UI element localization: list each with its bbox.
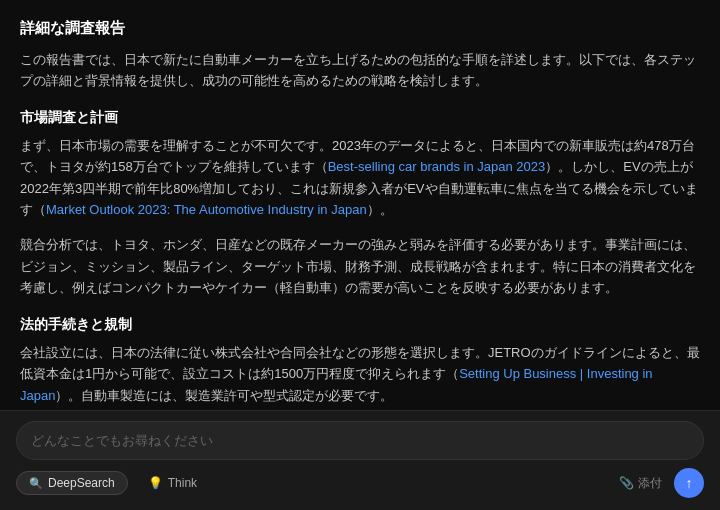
think-button[interactable]: 💡 Think [138, 472, 207, 494]
link-bestselling[interactable]: Best-selling car brands in Japan 2023 [328, 159, 546, 174]
section-legal: 法的手続きと規制 会社設立には、日本の法律に従い株式会社や合同会社などの形態を選… [20, 313, 700, 406]
section-market-p1: まず、日本市場の需要を理解することが不可欠です。2023年のデータによると、日本… [20, 135, 700, 221]
bulb-icon: 💡 [148, 476, 163, 490]
section-legal-p1: 会社設立には、日本の法律に従い株式会社や合同会社などの形態を選択します。JETR… [20, 342, 700, 406]
main-title: 詳細な調査報告 [20, 16, 700, 41]
toolbar-left: 🔍 DeepSearch 💡 Think [16, 471, 207, 495]
report-content: 詳細な調査報告 この報告書では、日本で新たに自動車メーカーを立ち上げるための包括… [0, 0, 720, 420]
section-market: 市場調査と計画 まず、日本市場の需要を理解することが不可欠です。2023年のデー… [20, 106, 700, 299]
link-market-outlook[interactable]: Market Outlook 2023: The Automotive Indu… [46, 202, 367, 217]
attach-label: 添付 [638, 475, 662, 492]
section-market-p2: 競合分析では、トヨタ、ホンダ、日産などの既存メーカーの強みと弱みを評価する必要が… [20, 234, 700, 298]
send-button[interactable]: ↑ [674, 468, 704, 498]
chat-input[interactable] [31, 433, 689, 448]
input-wrapper[interactable] [16, 421, 704, 460]
toolbar-right: 📎 添付 ↑ [619, 468, 704, 498]
toolbar: 🔍 DeepSearch 💡 Think 📎 添付 ↑ [16, 468, 704, 498]
send-icon: ↑ [686, 475, 693, 491]
bottom-bar: 🔍 DeepSearch 💡 Think 📎 添付 ↑ [0, 410, 720, 510]
deep-search-button[interactable]: 🔍 DeepSearch [16, 471, 128, 495]
intro-paragraph: この報告書では、日本で新たに自動車メーカーを立ち上げるための包括的な手順を詳述し… [20, 49, 700, 92]
attach-button[interactable]: 📎 添付 [619, 475, 662, 492]
think-label: Think [168, 476, 197, 490]
search-icon: 🔍 [29, 477, 43, 490]
paperclip-icon: 📎 [619, 476, 634, 490]
deep-search-label: DeepSearch [48, 476, 115, 490]
section-legal-title: 法的手続きと規制 [20, 313, 700, 336]
section-market-title: 市場調査と計画 [20, 106, 700, 129]
